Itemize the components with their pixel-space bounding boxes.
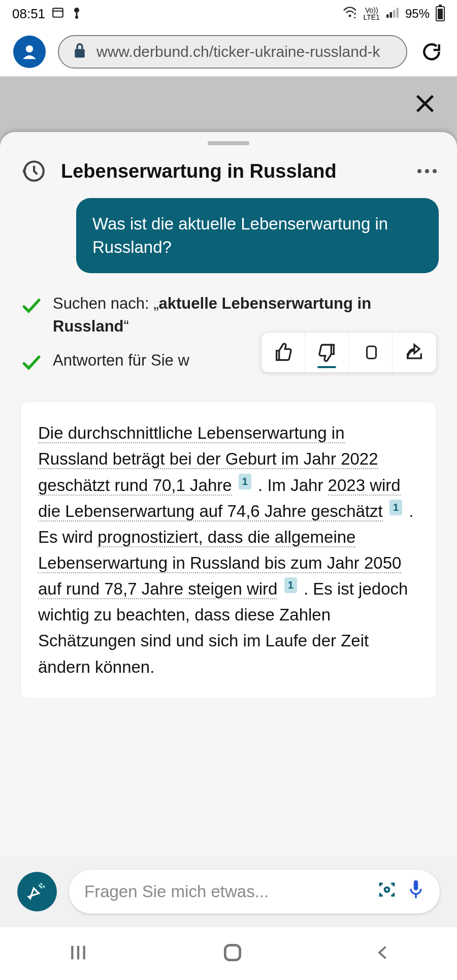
svg-point-4 — [348, 15, 351, 17]
wifi-icon — [342, 6, 357, 21]
svg-rect-21 — [225, 945, 240, 960]
close-strip — [0, 77, 457, 132]
step-prefix: Suchen nach: „ — [53, 295, 159, 312]
close-button[interactable] — [413, 92, 437, 117]
check-icon — [20, 295, 43, 319]
thumbs-down-button[interactable] — [305, 333, 349, 372]
sheet-handle[interactable] — [208, 141, 249, 145]
citation-2[interactable]: 1 — [389, 500, 402, 515]
svg-point-2 — [74, 8, 79, 13]
svg-rect-14 — [367, 346, 376, 358]
step-text: Antworten für Sie w — [53, 349, 189, 372]
battery-icon — [436, 6, 445, 21]
recents-button[interactable] — [66, 942, 91, 965]
thumbs-up-button[interactable] — [262, 333, 305, 372]
svg-rect-16 — [414, 880, 418, 891]
back-button[interactable] — [374, 941, 391, 966]
svg-rect-5 — [386, 14, 388, 18]
svg-point-15 — [385, 888, 389, 892]
status-bar: 08:51 Vo))LTE1 95% — [0, 0, 457, 27]
svg-point-3 — [75, 16, 78, 19]
assistant-answer: Die durchschnittliche Lebenserwartung in… — [20, 401, 437, 698]
more-menu-button[interactable] — [417, 169, 437, 173]
svg-rect-7 — [393, 10, 395, 18]
conversation-title: Lebenserwartung in Russland — [61, 160, 402, 182]
compose-bar: Fragen Sie mich etwas... — [0, 856, 457, 927]
share-button[interactable] — [393, 333, 436, 372]
camera-ocr-icon[interactable] — [377, 879, 397, 904]
svg-rect-0 — [53, 8, 63, 17]
browser-toolbar: www.derbund.ch/ticker-ukraine-russland-k — [0, 27, 457, 77]
check-icon — [20, 351, 43, 376]
svg-rect-6 — [390, 12, 392, 18]
profile-avatar[interactable] — [13, 36, 46, 68]
chat-input[interactable]: Fragen Sie mich etwas... — [69, 870, 440, 913]
chat-sheet: Lebenserwartung in Russland Was ist die … — [0, 132, 457, 980]
history-icon[interactable] — [20, 158, 46, 184]
citation-1[interactable]: 1 — [239, 474, 251, 489]
svg-rect-10 — [75, 49, 84, 57]
weather-notif-icon — [71, 6, 83, 22]
copy-button[interactable] — [349, 333, 393, 372]
refresh-button[interactable] — [419, 40, 444, 64]
url-text: www.derbund.ch/ticker-ukraine-russland-k — [96, 43, 380, 60]
svg-rect-8 — [397, 8, 399, 18]
answer-plain-1: . Im Jahr — [258, 476, 328, 495]
lock-icon — [72, 42, 87, 62]
svg-point-9 — [26, 45, 33, 52]
clock: 08:51 — [12, 6, 45, 22]
url-bar[interactable]: www.derbund.ch/ticker-ukraine-russland-k — [58, 35, 407, 69]
signal-icon — [386, 7, 399, 21]
chat-input-placeholder: Fragen Sie mich etwas... — [84, 882, 367, 901]
user-message: Was ist die aktuelle Lebenserwartung in … — [76, 198, 439, 273]
feedback-toolbar — [261, 332, 437, 373]
citation-3[interactable]: 1 — [284, 577, 297, 593]
calendar-notif-icon — [51, 6, 64, 22]
battery-pct: 95% — [405, 7, 430, 21]
system-nav-bar — [0, 927, 457, 980]
step-suffix: “ — [124, 317, 129, 335]
mic-icon[interactable] — [407, 878, 425, 905]
new-topic-button[interactable] — [17, 872, 57, 911]
network-label: Vo))LTE1 — [364, 7, 380, 21]
home-button[interactable] — [221, 941, 244, 966]
